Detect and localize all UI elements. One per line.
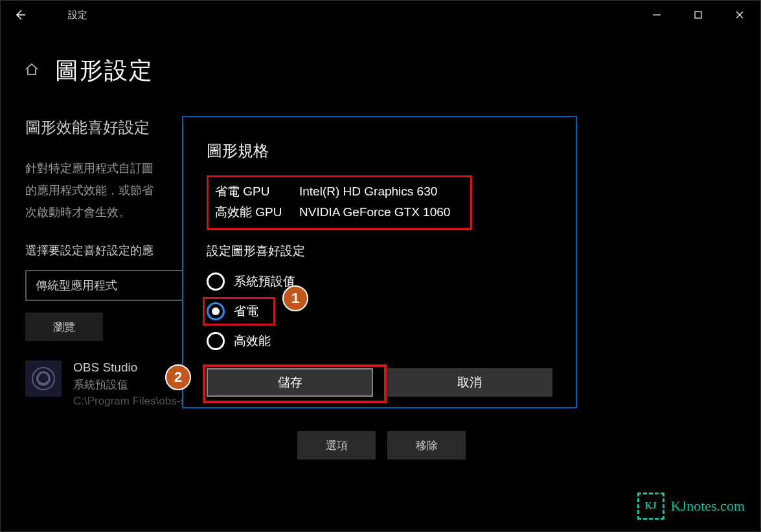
close-button[interactable] — [719, 1, 760, 29]
radio-system-default[interactable]: 系統預設值 — [207, 269, 552, 294]
radio-icon — [207, 332, 225, 350]
app-icon — [25, 360, 62, 397]
page-title: 圖形設定 — [55, 55, 153, 87]
watermark: KJ KJnotes.com — [637, 493, 745, 520]
dialog-buttons: 儲存 取消 — [207, 368, 552, 397]
power-gpu-label: 省電 GPU — [215, 181, 299, 202]
browse-button[interactable]: 瀏覽 — [25, 313, 103, 341]
preference-label: 設定圖形喜好設定 — [207, 243, 552, 260]
radio-icon — [207, 272, 225, 291]
remove-button[interactable]: 移除 — [387, 431, 466, 460]
arrow-left-icon — [14, 8, 27, 21]
minimize-button[interactable] — [636, 1, 677, 29]
window-title: 設定 — [68, 9, 87, 21]
maximize-icon — [694, 10, 703, 19]
power-gpu-value: Intel(R) HD Graphics 630 — [299, 181, 437, 202]
dropdown-value: 傳統型應用程式 — [36, 278, 117, 293]
save-button[interactable]: 儲存 — [207, 368, 373, 397]
radio-icon-selected — [207, 302, 225, 320]
gpu-specs-highlight: 省電 GPU Intel(R) HD Graphics 630 高效能 GPU … — [207, 175, 472, 230]
page-header: 圖形設定 — [1, 29, 760, 87]
watermark-text: KJnotes.com — [671, 498, 745, 515]
obs-icon — [30, 366, 56, 392]
maximize-button[interactable] — [677, 1, 719, 29]
dialog-title: 圖形規格 — [207, 140, 552, 161]
perf-gpu-label: 高效能 GPU — [215, 202, 299, 223]
minimize-icon — [652, 10, 661, 19]
high-perf-gpu-row: 高效能 GPU NVIDIA GeForce GTX 1060 — [215, 202, 464, 223]
close-icon — [735, 10, 744, 19]
back-button[interactable] — [7, 1, 33, 29]
annotation-badge-1: 1 — [282, 285, 308, 311]
power-saving-gpu-row: 省電 GPU Intel(R) HD Graphics 630 — [215, 181, 464, 202]
app-type-dropdown[interactable]: 傳統型應用程式 — [25, 270, 207, 301]
perf-gpu-value: NVIDIA GeForce GTX 1060 — [299, 202, 450, 223]
titlebar: 設定 — [1, 1, 760, 29]
options-button[interactable]: 選項 — [297, 431, 376, 460]
watermark-icon: KJ — [637, 493, 664, 520]
svg-rect-1 — [695, 12, 701, 18]
radio-high-performance[interactable]: 高效能 — [207, 328, 552, 354]
annotation-badge-2: 2 — [165, 364, 191, 390]
svg-point-4 — [32, 368, 54, 390]
graphics-preference-dialog: 圖形規格 省電 GPU Intel(R) HD Graphics 630 高效能… — [182, 116, 577, 408]
radio-power-saving[interactable]: 省電 — [207, 298, 552, 324]
app-action-buttons: 選項 移除 — [297, 431, 466, 460]
home-icon[interactable] — [24, 61, 40, 81]
cancel-button[interactable]: 取消 — [386, 368, 552, 397]
window-controls — [636, 1, 760, 29]
